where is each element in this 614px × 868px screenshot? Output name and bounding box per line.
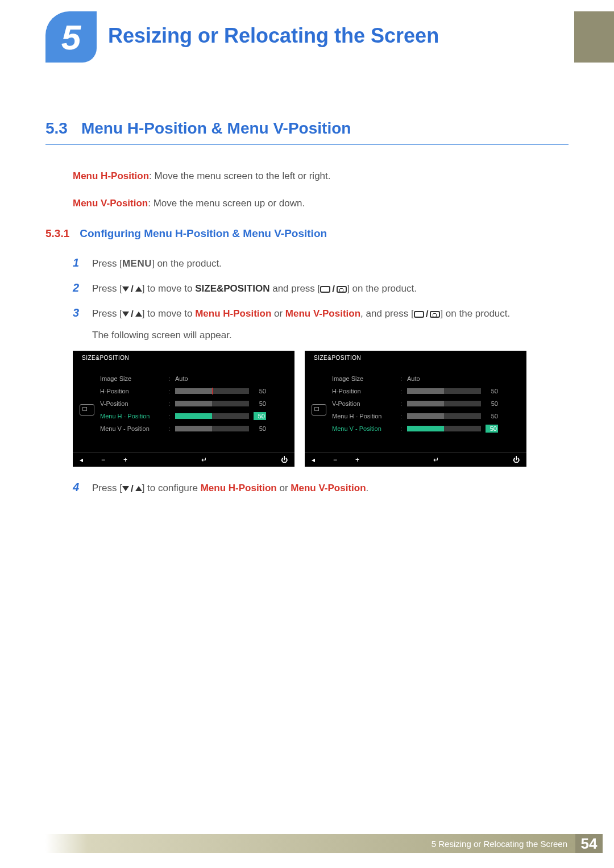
chapter-title: Resizing or Relocating the Screen [108,11,569,48]
target-menu-h: Menu H-Position [201,483,277,493]
osd-slider [175,426,249,431]
target-menu-h: Menu H-Position [195,308,271,319]
nav-enter-icon: ↵ [201,456,207,464]
text: . [366,483,369,493]
osd-panel-menu-h: SIZE&POSITION Image Size : Auto H-Positi… [73,351,294,467]
step-number: 2 [73,279,82,297]
enter-source-icon: / [414,306,441,322]
text: or [277,483,291,493]
target-menu-v: Menu V-Position [291,483,366,493]
step-number: 3 [73,304,82,322]
nav-plus-icon: + [123,456,127,464]
osd-category-icon [80,404,94,416]
osd-slider [407,401,481,406]
nav-minus-icon: − [333,456,337,464]
subsection-title: Configuring Menu H-Position & Menu V-Pos… [80,227,327,240]
osd-value-auto: Auto [407,375,420,382]
text: , and press [ [360,308,414,319]
osd-slider [407,413,481,419]
text: ] to move to [142,308,196,319]
osd-row-v-position: V-Position : 50 [332,397,521,410]
osd-nav-bar: ◂ − + ↵ ⏻ [305,452,526,467]
step3-note: The following screen will appear. [92,327,510,343]
step-1: 1 Press [MENU] on the product. [73,254,569,272]
osd-row-menu-v-position: Menu V - Position : 50 [332,422,521,435]
osd-screenshot-row: SIZE&POSITION Image Size : Auto H-Positi… [73,351,569,467]
menu-key-label: MENU [122,258,152,269]
text: Press [ [92,283,122,294]
section-title: Menu H-Position & Menu V-Position [81,119,351,138]
osd-title: SIZE&POSITION [305,351,526,372]
step-2: 2 Press [/] to move to SIZE&POSITION and… [73,279,569,297]
down-up-arrow-icon: / [122,481,142,496]
section-number: 5.3 [45,119,68,138]
osd-title: SIZE&POSITION [73,351,294,372]
osd-label: Menu V - Position [100,425,168,432]
section-heading: 5.3 Menu H-Position & Menu V-Position [45,119,569,145]
osd-value: 50 [254,400,266,407]
osd-label-active: Menu H - Position [100,413,168,420]
osd-row-h-position: H-Position : 50 [332,385,521,397]
text: Press [ [92,483,122,493]
osd-slider [407,388,481,394]
nav-minus-icon: − [101,456,105,464]
text: Press [ [92,308,122,319]
osd-value: 50 [254,425,266,432]
osd-row-menu-v-position: Menu V - Position : 50 [100,422,289,435]
step-list-continued: 4 Press [/] to configure Menu H-Position… [73,478,569,496]
osd-value-active: 50 [254,412,266,420]
header-side-accent [574,11,614,63]
chapter-number-tab: 5 [45,11,97,63]
page-header: 5 Resizing or Relocating the Screen [45,11,569,63]
osd-row-image-size: Image Size : Auto [332,372,521,385]
subsection-number: 5.3.1 [45,227,69,240]
text: ] on the product. [347,283,417,294]
desc-v-text: : Move the menu screen up or down. [148,198,305,209]
osd-label: V-Position [100,400,168,407]
description-h-position: Menu H-Position: Move the menu screen to… [73,169,569,184]
osd-row-menu-h-position: Menu H - Position : 50 [332,410,521,422]
osd-label: H-Position [100,388,168,394]
osd-value-active: 50 [486,425,498,433]
nav-power-icon: ⏻ [513,456,520,464]
nav-enter-icon: ↵ [433,456,439,464]
text: and press [ [269,283,320,294]
page-footer: 5 Resizing or Relocating the Screen 54 [45,834,614,853]
desc-v-label: Menu V-Position [73,198,148,209]
osd-label: Image Size [332,375,400,382]
nav-back-icon: ◂ [312,456,315,464]
text: ] to move to [142,283,196,294]
target-size-position: SIZE&POSITION [195,283,269,294]
step-number: 4 [73,478,82,496]
down-up-arrow-icon: / [122,281,142,297]
osd-value: 50 [486,388,498,394]
target-menu-v: Menu V-Position [285,308,360,319]
desc-h-label: Menu H-Position [73,171,149,181]
osd-value: 50 [486,413,498,420]
description-v-position: Menu V-Position: Move the menu screen up… [73,196,569,211]
text: ] on the product. [152,258,222,269]
osd-slider-active [175,413,249,419]
text: ] to configure [142,483,201,493]
nav-power-icon: ⏻ [281,456,288,464]
enter-source-icon: / [320,281,347,297]
step-4: 4 Press [/] to configure Menu H-Position… [73,478,569,496]
osd-panel-menu-v: SIZE&POSITION Image Size : Auto H-Positi… [305,351,526,467]
osd-label: Menu H - Position [332,413,400,420]
text: Press [ [92,258,122,269]
step-list: 1 Press [MENU] on the product. 2 Press [… [73,254,569,343]
osd-value: 50 [254,388,266,394]
osd-value: 50 [486,400,498,407]
step-number: 1 [73,254,82,272]
osd-category-icon [312,404,326,416]
subsection-heading: 5.3.1 Configuring Menu H-Position & Menu… [45,227,569,240]
osd-label: Image Size [100,375,168,382]
nav-back-icon: ◂ [80,456,83,464]
osd-row-image-size: Image Size : Auto [100,372,289,385]
osd-row-menu-h-position: Menu H - Position : 50 [100,410,289,422]
nav-plus-icon: + [355,456,359,464]
osd-value-auto: Auto [175,375,188,382]
text: ] on the product. [440,308,510,319]
desc-h-text: : Move the menu screen to the left or ri… [149,171,330,181]
osd-label-active: Menu V - Position [332,425,400,432]
